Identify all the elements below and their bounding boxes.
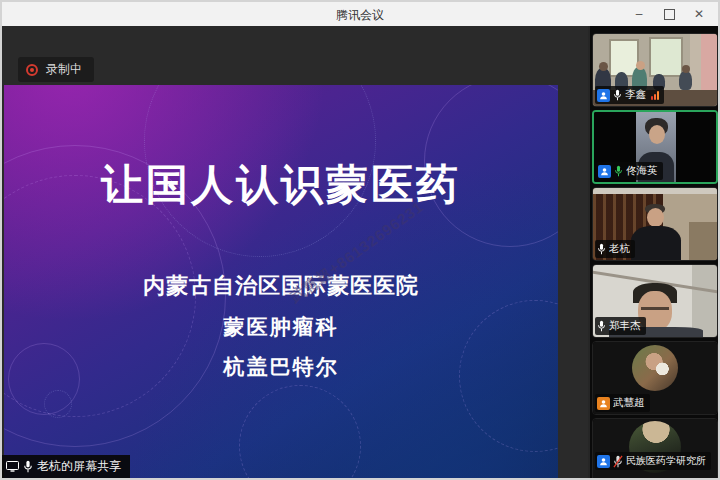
screen-icon xyxy=(6,461,19,472)
recording-badge: 录制中 xyxy=(18,57,94,82)
screen-share-banner: 老杭的屏幕共享 xyxy=(2,455,130,478)
member-icon xyxy=(598,165,611,178)
name-label: 民族医药学研究所 xyxy=(595,452,711,470)
presentation-slide: 让国人认识蒙医药 内蒙古自治区国际蒙医医院 蒙医肿瘤科 杭盖巴特尔 武慧超+86… xyxy=(4,85,558,478)
microphone-icon xyxy=(613,89,622,101)
tencent-meeting-window: { "window": { "title": "腾讯会议", "controls… xyxy=(0,0,720,480)
member-icon xyxy=(597,89,610,102)
window-title: 腾讯会议 xyxy=(2,7,718,24)
maximize-icon xyxy=(664,9,675,20)
screen-share-label: 老杭的屏幕共享 xyxy=(37,458,121,475)
signal-strength-icon xyxy=(651,91,659,100)
video-tile-zhengfengjie[interactable]: 郑丰杰 xyxy=(592,264,718,338)
slide-author-line: 杭盖巴特尔 xyxy=(4,353,558,381)
participant-name: 老杭 xyxy=(609,242,630,256)
participant-name: 郑丰杰 xyxy=(609,319,641,333)
microphone-icon xyxy=(597,320,606,332)
participant-sidebar: 李鑫 佟海英 xyxy=(590,26,720,480)
participant-name: 佟海英 xyxy=(626,164,658,178)
shared-screen-area: 录制中 让国人认识蒙医药 内蒙古自治区国际蒙医医院 蒙医肿瘤科 杭盖巴特尔 武慧… xyxy=(2,26,588,478)
slide-title: 让国人认识蒙医药 xyxy=(4,157,558,213)
name-label: 武慧超 xyxy=(595,394,650,412)
microphone-icon xyxy=(23,460,33,473)
participant-name: 民族医药学研究所 xyxy=(626,454,706,468)
avatar xyxy=(632,345,678,391)
video-tile-laohang[interactable]: 老杭 xyxy=(592,187,718,261)
recording-icon xyxy=(26,64,38,76)
window-controls: – ✕ xyxy=(624,2,714,26)
microphone-muted-icon xyxy=(613,455,623,468)
video-tile-wuhuichao[interactable]: 武慧超 xyxy=(592,341,718,415)
member-icon xyxy=(597,455,610,468)
name-label: 佟海英 xyxy=(596,162,663,180)
decor-ring xyxy=(44,390,72,418)
participant-name: 武慧超 xyxy=(613,396,645,410)
video-tile-lixin[interactable]: 李鑫 xyxy=(592,33,718,107)
slide-subtitle-block: 内蒙古自治区国际蒙医医院 蒙医肿瘤科 杭盖巴特尔 xyxy=(4,271,558,381)
title-bar[interactable]: 腾讯会议 – ✕ xyxy=(2,2,718,26)
microphone-active-icon xyxy=(614,165,623,177)
host-icon xyxy=(597,397,610,410)
decor-ring xyxy=(239,385,361,478)
name-label: 老杭 xyxy=(595,240,635,258)
maximize-button[interactable] xyxy=(654,2,684,26)
minimize-button[interactable]: – xyxy=(624,2,654,26)
close-button[interactable]: ✕ xyxy=(684,2,714,26)
name-label: 郑丰杰 xyxy=(595,317,646,335)
recording-label: 录制中 xyxy=(46,61,82,78)
video-thumbnail xyxy=(593,419,717,480)
participant-name: 李鑫 xyxy=(625,88,646,102)
video-tile-tonghaiying[interactable]: 佟海英 xyxy=(592,110,718,184)
video-tile-research-institute[interactable]: 民族医药学研究所 xyxy=(592,418,718,480)
name-label: 李鑫 xyxy=(595,86,664,104)
microphone-icon xyxy=(597,243,606,255)
